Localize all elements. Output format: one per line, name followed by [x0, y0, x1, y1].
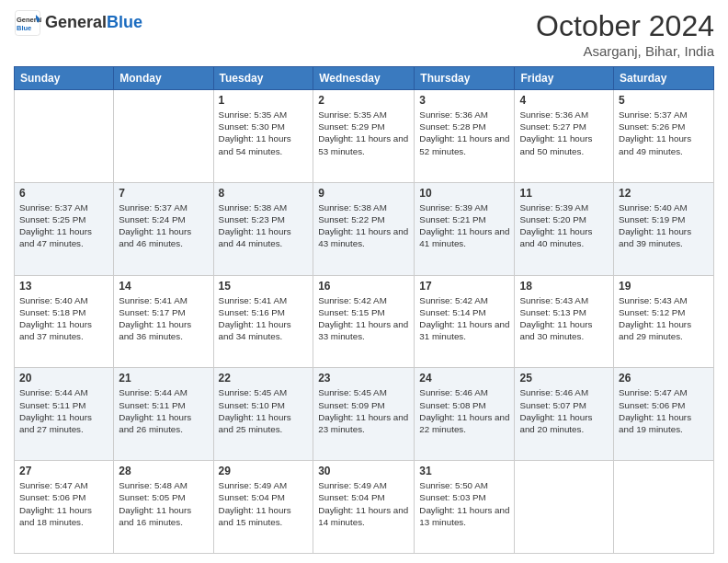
day-number: 25	[519, 372, 609, 385]
day-number: 4	[519, 94, 609, 107]
weekday-header-friday: Friday	[515, 67, 614, 90]
calendar-cell: 26Sunrise: 5:47 AMSunset: 5:06 PMDayligh…	[614, 368, 714, 461]
day-number: 17	[419, 280, 509, 293]
day-number: 18	[519, 280, 609, 293]
calendar-cell: 31Sunrise: 5:50 AMSunset: 5:03 PMDayligh…	[415, 461, 515, 554]
day-number: 2	[318, 94, 409, 107]
day-number: 7	[119, 187, 208, 200]
calendar-week-row: 13Sunrise: 5:40 AMSunset: 5:18 PMDayligh…	[15, 275, 714, 368]
day-number: 12	[619, 187, 709, 200]
day-number: 11	[519, 187, 609, 200]
calendar-cell: 18Sunrise: 5:43 AMSunset: 5:13 PMDayligh…	[515, 275, 614, 368]
calendar-cell: 4Sunrise: 5:36 AMSunset: 5:27 PMDaylight…	[515, 90, 614, 183]
day-info: Sunrise: 5:46 AMSunset: 5:07 PMDaylight:…	[519, 386, 609, 435]
calendar-cell	[515, 461, 614, 554]
day-info: Sunrise: 5:39 AMSunset: 5:21 PMDaylight:…	[419, 201, 509, 250]
calendar-cell: 27Sunrise: 5:47 AMSunset: 5:06 PMDayligh…	[15, 461, 114, 554]
day-number: 29	[219, 465, 309, 477]
calendar-cell: 15Sunrise: 5:41 AMSunset: 5:16 PMDayligh…	[213, 275, 313, 368]
day-info: Sunrise: 5:42 AMSunset: 5:14 PMDaylight:…	[419, 294, 509, 343]
page: General Blue GeneralBlue October 2024 As…	[0, 0, 728, 563]
location: Asarganj, Bihar, India	[536, 43, 714, 59]
day-number: 24	[419, 372, 509, 385]
day-info: Sunrise: 5:40 AMSunset: 5:19 PMDaylight:…	[619, 201, 709, 250]
calendar-week-row: 1Sunrise: 5:35 AMSunset: 5:30 PMDaylight…	[15, 90, 714, 183]
logo-text: GeneralBlue	[45, 14, 142, 32]
weekday-header-row: SundayMondayTuesdayWednesdayThursdayFrid…	[15, 67, 714, 90]
day-number: 14	[119, 280, 208, 293]
calendar-cell: 9Sunrise: 5:38 AMSunset: 5:22 PMDaylight…	[313, 182, 415, 275]
day-number: 10	[419, 187, 509, 200]
day-number: 9	[318, 187, 409, 200]
day-info: Sunrise: 5:35 AMSunset: 5:30 PMDaylight:…	[219, 109, 309, 157]
day-info: Sunrise: 5:41 AMSunset: 5:17 PMDaylight:…	[119, 294, 208, 343]
calendar-table: SundayMondayTuesdayWednesdayThursdayFrid…	[14, 66, 714, 554]
calendar-cell: 1Sunrise: 5:35 AMSunset: 5:30 PMDaylight…	[213, 90, 313, 183]
day-info: Sunrise: 5:45 AMSunset: 5:09 PMDaylight:…	[318, 386, 409, 435]
day-number: 26	[619, 372, 709, 385]
day-info: Sunrise: 5:37 AMSunset: 5:26 PMDaylight:…	[619, 109, 709, 157]
calendar-cell: 3Sunrise: 5:36 AMSunset: 5:28 PMDaylight…	[415, 90, 515, 183]
day-number: 21	[119, 372, 208, 385]
day-info: Sunrise: 5:47 AMSunset: 5:06 PMDaylight:…	[19, 479, 108, 528]
day-info: Sunrise: 5:43 AMSunset: 5:13 PMDaylight:…	[519, 294, 609, 343]
day-info: Sunrise: 5:36 AMSunset: 5:28 PMDaylight:…	[419, 109, 509, 157]
day-number: 13	[19, 280, 108, 293]
calendar-cell	[114, 90, 213, 183]
calendar-cell: 23Sunrise: 5:45 AMSunset: 5:09 PMDayligh…	[313, 368, 415, 461]
calendar-cell: 2Sunrise: 5:35 AMSunset: 5:29 PMDaylight…	[313, 90, 415, 183]
day-info: Sunrise: 5:38 AMSunset: 5:23 PMDaylight:…	[219, 201, 309, 250]
calendar-cell: 30Sunrise: 5:49 AMSunset: 5:04 PMDayligh…	[313, 461, 415, 554]
weekday-header-wednesday: Wednesday	[313, 67, 415, 90]
calendar-cell: 22Sunrise: 5:45 AMSunset: 5:10 PMDayligh…	[213, 368, 313, 461]
day-info: Sunrise: 5:39 AMSunset: 5:20 PMDaylight:…	[519, 201, 609, 250]
day-number: 1	[219, 94, 309, 107]
day-number: 30	[318, 465, 409, 477]
calendar-cell: 12Sunrise: 5:40 AMSunset: 5:19 PMDayligh…	[614, 182, 714, 275]
calendar-cell: 21Sunrise: 5:44 AMSunset: 5:11 PMDayligh…	[114, 368, 213, 461]
calendar-week-row: 20Sunrise: 5:44 AMSunset: 5:11 PMDayligh…	[15, 368, 714, 461]
day-info: Sunrise: 5:36 AMSunset: 5:27 PMDaylight:…	[519, 109, 609, 157]
day-info: Sunrise: 5:47 AMSunset: 5:06 PMDaylight:…	[619, 386, 709, 435]
calendar-week-row: 27Sunrise: 5:47 AMSunset: 5:06 PMDayligh…	[15, 461, 714, 554]
calendar-cell: 5Sunrise: 5:37 AMSunset: 5:26 PMDaylight…	[614, 90, 714, 183]
day-info: Sunrise: 5:35 AMSunset: 5:29 PMDaylight:…	[318, 109, 409, 157]
calendar-cell: 20Sunrise: 5:44 AMSunset: 5:11 PMDayligh…	[15, 368, 114, 461]
calendar-cell: 29Sunrise: 5:49 AMSunset: 5:04 PMDayligh…	[213, 461, 313, 554]
logo-icon: General Blue	[14, 9, 41, 37]
day-number: 22	[219, 372, 309, 385]
day-info: Sunrise: 5:44 AMSunset: 5:11 PMDaylight:…	[19, 386, 108, 435]
calendar-cell	[15, 90, 114, 183]
day-number: 19	[619, 280, 709, 293]
day-number: 20	[19, 372, 108, 385]
calendar-cell	[614, 461, 714, 554]
calendar-cell: 28Sunrise: 5:48 AMSunset: 5:05 PMDayligh…	[114, 461, 213, 554]
weekday-header-thursday: Thursday	[415, 67, 515, 90]
calendar-cell: 8Sunrise: 5:38 AMSunset: 5:23 PMDaylight…	[213, 182, 313, 275]
day-info: Sunrise: 5:46 AMSunset: 5:08 PMDaylight:…	[419, 386, 509, 435]
day-number: 27	[19, 465, 108, 477]
day-info: Sunrise: 5:40 AMSunset: 5:18 PMDaylight:…	[19, 294, 108, 343]
day-info: Sunrise: 5:41 AMSunset: 5:16 PMDaylight:…	[219, 294, 309, 343]
weekday-header-monday: Monday	[114, 67, 213, 90]
day-number: 15	[219, 280, 309, 293]
day-info: Sunrise: 5:49 AMSunset: 5:04 PMDaylight:…	[318, 479, 409, 528]
logo: General Blue GeneralBlue	[14, 9, 142, 37]
day-info: Sunrise: 5:37 AMSunset: 5:24 PMDaylight:…	[119, 201, 208, 250]
calendar-cell: 14Sunrise: 5:41 AMSunset: 5:17 PMDayligh…	[114, 275, 213, 368]
day-number: 16	[318, 280, 409, 293]
day-info: Sunrise: 5:50 AMSunset: 5:03 PMDaylight:…	[419, 479, 509, 528]
svg-text:Blue: Blue	[17, 24, 31, 32]
calendar-cell: 6Sunrise: 5:37 AMSunset: 5:25 PMDaylight…	[15, 182, 114, 275]
day-info: Sunrise: 5:38 AMSunset: 5:22 PMDaylight:…	[318, 201, 409, 250]
calendar-week-row: 6Sunrise: 5:37 AMSunset: 5:25 PMDaylight…	[15, 182, 714, 275]
day-number: 3	[419, 94, 509, 107]
day-number: 31	[419, 465, 509, 477]
calendar-cell: 24Sunrise: 5:46 AMSunset: 5:08 PMDayligh…	[415, 368, 515, 461]
weekday-header-sunday: Sunday	[15, 67, 114, 90]
weekday-header-saturday: Saturday	[614, 67, 714, 90]
day-info: Sunrise: 5:49 AMSunset: 5:04 PMDaylight:…	[219, 479, 309, 528]
day-info: Sunrise: 5:37 AMSunset: 5:25 PMDaylight:…	[19, 201, 108, 250]
calendar-cell: 16Sunrise: 5:42 AMSunset: 5:15 PMDayligh…	[313, 275, 415, 368]
day-info: Sunrise: 5:43 AMSunset: 5:12 PMDaylight:…	[619, 294, 709, 343]
